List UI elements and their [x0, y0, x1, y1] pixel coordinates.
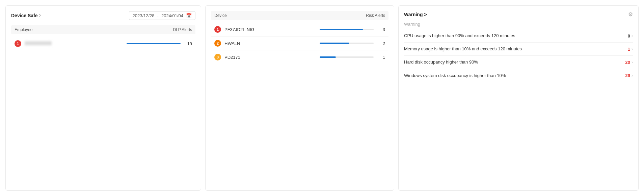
col-device: Device — [214, 13, 227, 18]
rank-badge: 1 — [15, 40, 21, 47]
device-name: PF37JD2L-NIG — [224, 27, 316, 32]
warning-items-list: CPU usage is higher than 90% and exceeds… — [404, 29, 633, 82]
device-safe-label: Device Safe — [11, 13, 38, 18]
table-row[interactable]: 3 PD2171 1 — [211, 50, 388, 64]
chevron-right-icon: › — [632, 33, 633, 38]
rank-badge: 1 — [214, 26, 221, 33]
warning-item-text: CPU usage is higher than 90% and exceeds… — [404, 33, 622, 39]
date-separator: - — [157, 13, 159, 18]
warning-item-count: 1 — [622, 47, 630, 52]
device-table-body: 1 PF37JD2L-NIG 3 2 HWALN 2 3 PD2171 1 — [211, 23, 388, 64]
device-name: HWALN — [224, 41, 316, 46]
progress-bar — [320, 56, 374, 58]
left-panel: Device Safe > 2023/12/28 - 2024/01/04 📅 … — [5, 5, 201, 191]
table-row[interactable]: 1 19 — [11, 37, 195, 50]
employee-name — [25, 41, 123, 46]
chevron-right-icon: › — [632, 47, 633, 51]
col-employee: Employee — [15, 27, 32, 32]
warning-item-count: 29 — [622, 73, 630, 78]
date-range-picker[interactable]: 2023/12/28 - 2024/01/04 📅 — [129, 11, 196, 20]
warning-item[interactable]: Hard disk occupancy higher than 90% 20 › — [404, 56, 633, 69]
right-panel: Warning > ⚙ Warning CPU usage is higher … — [398, 5, 639, 191]
progress-bar — [320, 29, 374, 30]
progress-bar-fill — [320, 56, 336, 58]
rank-badge: 2 — [214, 40, 221, 47]
warning-header: Warning > ⚙ — [404, 11, 633, 18]
warning-item-count: 20 — [622, 60, 630, 65]
date-start: 2023/12/28 — [133, 13, 155, 18]
alert-count: 1 — [377, 55, 385, 60]
warning-chevron: > — [424, 12, 427, 17]
warning-item-text: Windows system disk occupancy is higher … — [404, 73, 622, 79]
warning-title[interactable]: Warning > — [404, 12, 427, 17]
progress-bar-fill — [320, 29, 363, 30]
employee-table-body: 1 19 — [11, 37, 195, 50]
main-page: Device Safe > 2023/12/28 - 2024/01/04 📅 … — [0, 0, 644, 196]
progress-bar-fill — [127, 43, 181, 44]
chevron-right-icon: › — [632, 60, 633, 65]
left-panel-title[interactable]: Device Safe > — [11, 13, 42, 18]
middle-panel: Device Risk Alerts 1 PF37JD2L-NIG 3 2 HW… — [205, 5, 394, 191]
alert-count: 3 — [377, 27, 385, 32]
warning-item[interactable]: Memory usage is higher than 10% and exce… — [404, 43, 633, 56]
progress-bar — [320, 43, 374, 44]
device-table-header: Device Risk Alerts — [211, 11, 388, 20]
progress-bar — [127, 43, 181, 44]
warning-item-count: 0 — [622, 33, 630, 39]
table-row[interactable]: 1 PF37JD2L-NIG 3 — [211, 23, 388, 36]
table-row[interactable]: 2 HWALN 2 — [211, 36, 388, 50]
warning-item[interactable]: CPU usage is higher than 90% and exceeds… — [404, 29, 633, 43]
warning-label: Warning — [404, 12, 423, 17]
settings-icon[interactable]: ⚙ — [628, 11, 633, 18]
warning-section-title: Warning — [404, 22, 633, 27]
calendar-icon: 📅 — [186, 13, 192, 18]
warning-item-text: Memory usage is higher than 10% and exce… — [404, 46, 622, 52]
device-safe-chevron: > — [39, 13, 42, 18]
alert-count: 2 — [377, 41, 385, 46]
date-end: 2024/01/04 — [161, 13, 183, 18]
employee-table-header: Employee DLP Alerts — [11, 25, 195, 34]
rank-badge: 3 — [214, 54, 221, 60]
warning-item[interactable]: Windows system disk occupancy is higher … — [404, 69, 633, 82]
warning-item-text: Hard disk occupancy higher than 90% — [404, 59, 622, 65]
col-dlp-alerts: DLP Alerts — [173, 27, 192, 32]
chevron-right-icon: › — [632, 73, 633, 78]
alert-count: 19 — [184, 41, 192, 46]
device-name: PD2171 — [224, 55, 316, 60]
col-risk-alerts: Risk Alerts — [366, 13, 385, 18]
left-panel-header: Device Safe > 2023/12/28 - 2024/01/04 📅 — [11, 11, 195, 20]
progress-bar-fill — [320, 43, 349, 44]
